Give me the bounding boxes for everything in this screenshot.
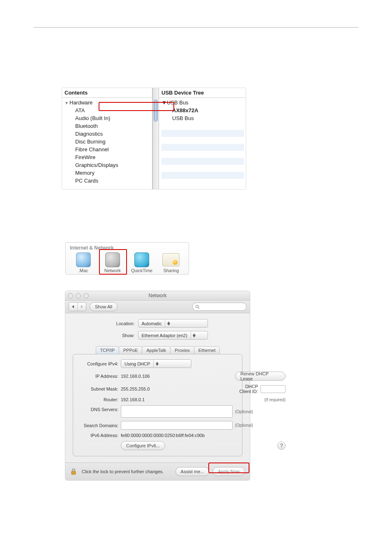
network-prefpane-window: Network Show All Location: Automatic	[65, 291, 250, 481]
chevron-right-icon	[80, 305, 83, 308]
dhcp-client-id-input[interactable]	[261, 385, 286, 393]
sidebar-item[interactable]: ATA	[65, 106, 150, 114]
show-all-button[interactable]: Show All	[90, 302, 118, 311]
prefs-internet-network-section: Internet & Network .Mac Network QuickTim…	[65, 242, 189, 275]
prefpane-sharing[interactable]: Sharing	[158, 252, 184, 273]
tabs: TCP/IP PPPoE AppleTalk Proxies Ethernet	[65, 346, 250, 354]
svg-marker-5	[167, 324, 170, 326]
empty-rows	[161, 123, 244, 179]
configure-ipv4-label: Configure IPv4:	[79, 361, 118, 366]
dhcp-client-id-hint: (If required)	[235, 398, 286, 402]
sidebar-item[interactable]: Disc Burning	[65, 138, 150, 146]
scrollbar-thumb[interactable]	[154, 99, 158, 122]
sidebar-item[interactable]: Audio (Built In)	[65, 114, 150, 122]
disclosure-triangle-icon[interactable]: ▼	[65, 101, 69, 105]
tab-ethernet[interactable]: Ethernet	[194, 346, 220, 354]
back-forward-buttons[interactable]	[69, 302, 86, 311]
prefpane-network[interactable]: Network	[99, 252, 126, 273]
sidebar-scrollbar[interactable]	[152, 88, 159, 189]
usb-device-tree-panel: USB Device Tree ▼USB Bus AX88x72A USB Bu…	[159, 88, 246, 189]
apply-now-button[interactable]: Apply Now	[212, 467, 245, 476]
ip-address-label: IP Address:	[79, 374, 118, 379]
tab-tcpip[interactable]: TCP/IP	[96, 346, 119, 354]
dhcp-client-id-label: DHCP Client ID:	[235, 384, 258, 394]
sidebar-item[interactable]: Graphics/Displays	[65, 161, 150, 169]
svg-line-3	[198, 308, 199, 309]
search-input[interactable]	[192, 303, 247, 311]
svg-marker-1	[81, 305, 83, 308]
svg-rect-10	[71, 471, 76, 474]
sidebar-item[interactable]: Fibre Channel	[65, 146, 150, 153]
dns-servers-input[interactable]	[121, 405, 233, 418]
usb-device-row-selected[interactable]: AX88x72A	[161, 106, 244, 114]
sidebar-item[interactable]: Memory	[65, 169, 150, 177]
svg-point-2	[196, 305, 198, 308]
ipv6-address-label: IPv6 Address:	[79, 433, 118, 438]
forward-button[interactable]	[78, 303, 86, 311]
ip-address-value: 192.168.0.106	[121, 374, 233, 379]
lock-message: Click the lock to prevent further change…	[82, 469, 164, 474]
back-button[interactable]	[69, 303, 78, 311]
chevron-left-icon	[71, 305, 75, 308]
sidebar-item[interactable]: PC Cards	[65, 177, 150, 185]
tab-proxies[interactable]: Proxies	[170, 346, 194, 354]
search-domains-input[interactable]	[121, 421, 233, 430]
traffic-lights	[68, 293, 89, 298]
popup-arrows-icon	[191, 331, 198, 339]
configure-ipv4-value: Using DHCP	[121, 361, 153, 366]
configure-ipv4-popup[interactable]: Using DHCP	[121, 359, 191, 368]
ipv6-address-value: fe80:0000:0000:0000:0250:b6ff:fe04:c90b	[121, 433, 286, 438]
popup-arrows-icon	[165, 319, 172, 327]
disclosure-triangle-icon[interactable]: ▼	[161, 99, 167, 106]
renew-dhcp-lease-button[interactable]: Renew DHCP Lease	[235, 372, 286, 381]
window-titlebar[interactable]: Network	[65, 291, 250, 301]
usb-bus-row[interactable]: USB Bus	[161, 114, 244, 122]
show-value: Ethernet Adaptor (en2)	[138, 333, 191, 338]
subnet-mask-label: Subnet Mask:	[79, 386, 118, 391]
svg-marker-9	[156, 364, 159, 366]
help-button[interactable]: ?	[277, 442, 286, 450]
dotmac-icon	[76, 252, 91, 267]
section-title: Internet & Network	[70, 245, 184, 251]
svg-marker-7	[193, 335, 196, 338]
close-icon[interactable]	[68, 293, 73, 298]
contents-sidebar: Contents ▼Hardware ATA Audio (Built In) …	[62, 88, 152, 189]
search-icon	[195, 305, 200, 309]
window-title: Network	[65, 293, 250, 298]
quicktime-icon	[134, 252, 149, 267]
usb-bus-label: USB Bus	[167, 99, 189, 106]
popup-arrows-icon	[153, 360, 160, 368]
sidebar-item[interactable]: Bluetooth	[65, 122, 150, 130]
minimize-icon[interactable]	[76, 293, 81, 298]
sidebar-item[interactable]: Diagnostics	[65, 130, 150, 138]
lock-icon[interactable]	[70, 468, 77, 475]
sidebar-group-hardware[interactable]: ▼Hardware	[65, 99, 150, 106]
show-popup[interactable]: Ethernet Adaptor (en2)	[138, 331, 208, 340]
prefpane-label: Sharing	[158, 268, 184, 273]
usb-tree-header: USB Device Tree	[159, 88, 246, 98]
svg-marker-0	[72, 305, 74, 308]
dns-servers-label: DNS Servers:	[79, 405, 118, 412]
sidebar-item[interactable]: FireWire	[65, 153, 150, 161]
router-value: 192.168.0.1	[121, 397, 233, 402]
document-divider	[34, 27, 358, 28]
prefpane-mac[interactable]: .Mac	[70, 252, 97, 273]
toolbar: Show All	[65, 301, 250, 313]
window-footer: Click the lock to prevent further change…	[65, 462, 250, 480]
location-label: Location:	[108, 321, 138, 326]
zoom-icon[interactable]	[83, 293, 89, 298]
tab-pppoe[interactable]: PPPoE	[119, 346, 142, 354]
prefpane-quicktime[interactable]: QuickTime	[129, 252, 155, 273]
assist-me-button[interactable]: Assist me...	[175, 467, 210, 476]
subnet-mask-value: 255.255.255.0	[121, 386, 233, 391]
sidebar-group-label: Hardware	[69, 99, 92, 106]
configure-ipv6-button[interactable]: Configure IPv6...	[121, 441, 165, 450]
router-label: Router:	[79, 397, 118, 402]
contents-header: Contents	[62, 88, 152, 98]
search-optional-hint: (Optional)	[235, 423, 286, 428]
show-label: Show:	[108, 333, 138, 338]
search-domains-label: Search Domains:	[79, 423, 118, 428]
tab-appletalk[interactable]: AppleTalk	[142, 346, 171, 354]
usb-bus-row[interactable]: ▼USB Bus	[161, 99, 244, 106]
location-popup[interactable]: Automatic	[138, 319, 208, 328]
